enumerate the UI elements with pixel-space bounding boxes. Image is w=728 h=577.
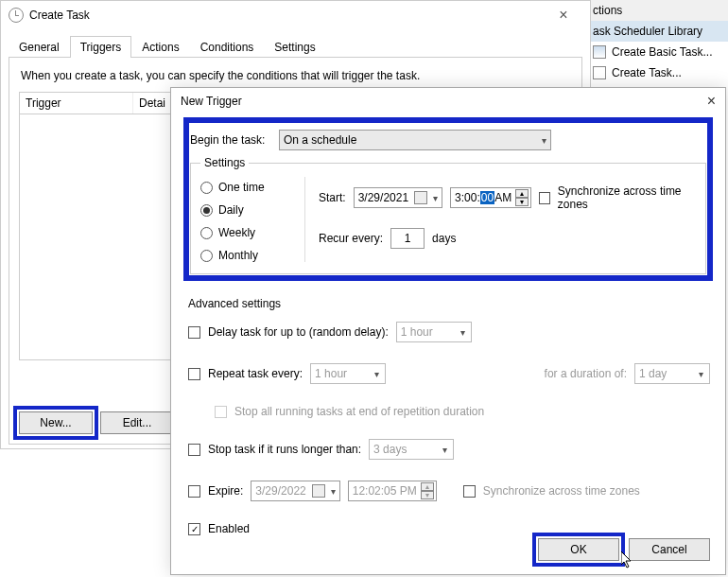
radio-onetime[interactable]: One time: [200, 181, 291, 194]
recur-label: Recur every:: [319, 232, 383, 245]
duration-label: for a duration of:: [545, 367, 627, 380]
begin-task-value: On a schedule: [284, 133, 356, 147]
chevron-down-icon: ▾: [460, 327, 465, 338]
select-value: 1 hour: [315, 367, 347, 380]
start-label: Start:: [319, 191, 346, 204]
settings-fieldset: Settings One time Daily Weekly Monthly S…: [190, 156, 706, 274]
duration-select[interactable]: 1 day▾: [634, 363, 710, 384]
tab-settings[interactable]: Settings: [264, 36, 325, 58]
radio-monthly[interactable]: Monthly: [200, 249, 291, 262]
radio-label: Daily: [218, 203, 244, 217]
radio-label: Monthly: [218, 249, 258, 262]
radio-weekly[interactable]: Weekly: [200, 226, 291, 239]
tab-actions[interactable]: Actions: [131, 36, 189, 58]
task-icon: [593, 66, 606, 79]
repeat-select[interactable]: 1 hour▾: [310, 363, 386, 384]
time-spinner[interactable]: ▴▾: [515, 189, 529, 206]
chevron-down-icon: ▾: [374, 369, 379, 379]
actions-pane: ctions ask Scheduler Library Create Basi…: [586, 0, 728, 90]
sync-tz2-label: Synchronize across time zones: [483, 484, 640, 498]
highlighted-schedule-area: Begin the task: On a schedule ▾ Settings…: [186, 120, 710, 278]
cancel-button[interactable]: Cancel: [629, 538, 710, 561]
select-value: 1 day: [639, 367, 667, 380]
actions-item-create-task[interactable]: Create Task...: [587, 62, 728, 83]
stop-all-checkbox: [215, 406, 227, 418]
expire-date-value: 3/29/2022: [255, 484, 305, 498]
enabled-label: Enabled: [208, 522, 250, 535]
advanced-header: Advanced settings: [188, 297, 710, 310]
sync-tz2-checkbox: [463, 485, 476, 498]
dialog-buttons: OK Cancel: [538, 538, 710, 561]
stop-if-label: Stop task if it runs longer than:: [208, 443, 361, 456]
tab-triggers[interactable]: Triggers: [70, 36, 132, 58]
settings-legend: Settings: [200, 156, 249, 169]
actions-subheader[interactable]: ask Scheduler Library: [587, 21, 728, 42]
wizard-icon: [593, 45, 606, 59]
enabled-checkbox[interactable]: [188, 523, 200, 535]
actions-item-label: Create Basic Task...: [612, 45, 713, 59]
chevron-down-icon: ▾: [442, 445, 447, 455]
actions-item-label: Create Task...: [612, 66, 682, 79]
spinner-up-icon: ▴: [515, 189, 529, 198]
begin-task-row: Begin the task: On a schedule ▾: [190, 130, 706, 150]
start-date-field[interactable]: 3/29/2021 ▾: [354, 187, 442, 208]
advanced-settings: Delay task for up to (random delay): 1 h…: [186, 316, 710, 541]
stop-if-select[interactable]: 3 days▾: [369, 439, 454, 460]
time-minutes-selected: 00: [480, 191, 494, 204]
tabs: General Triggers Actions Conditions Sett…: [9, 35, 582, 57]
expire-time-value: 12:02:05 PM: [353, 484, 417, 498]
radio-label: One time: [218, 181, 265, 194]
stop-if-checkbox[interactable]: [188, 444, 200, 456]
chevron-down-icon: ▾: [699, 369, 703, 379]
titlebar: Create Task ×: [1, 1, 590, 29]
dialog-titlebar: New Trigger ×: [171, 88, 725, 114]
sync-tz-label: Synchronize across time zones: [558, 184, 696, 211]
repeat-label: Repeat task every:: [208, 367, 303, 380]
begin-task-label: Begin the task:: [190, 133, 271, 147]
radio-daily[interactable]: Daily: [200, 203, 291, 217]
tab-conditions[interactable]: Conditions: [190, 36, 265, 58]
stop-all-label: Stop all running tasks at end of repetit…: [234, 405, 484, 418]
start-date-value: 3/29/2021: [358, 191, 408, 204]
expire-time-field[interactable]: 12:02:05 PM ▴▾: [348, 481, 437, 501]
window-title: Create Task: [29, 9, 90, 22]
time-spinner: ▴▾: [421, 482, 434, 499]
ok-button[interactable]: OK: [538, 538, 619, 561]
recur-unit: days: [432, 232, 456, 245]
expire-checkbox[interactable]: [188, 485, 200, 498]
edit-button[interactable]: Edit...: [100, 411, 174, 434]
calendar-icon[interactable]: [414, 191, 427, 204]
time-hours: 3:00:: [455, 191, 480, 204]
expire-date-field[interactable]: 3/29/2022 ▾: [251, 481, 339, 501]
actions-item-create-basic[interactable]: Create Basic Task...: [587, 42, 728, 62]
chevron-down-icon[interactable]: ▾: [433, 193, 438, 203]
divider: [304, 177, 305, 262]
expire-label: Expire:: [208, 484, 243, 498]
spinner-down-icon: ▾: [515, 198, 529, 206]
chevron-down-icon: ▾: [542, 135, 546, 146]
col-trigger[interactable]: Trigger: [20, 93, 133, 114]
dialog-close-button[interactable]: ×: [707, 93, 716, 110]
actions-header: ctions: [587, 0, 728, 21]
chevron-down-icon: ▾: [331, 486, 336, 497]
sync-tz-checkbox[interactable]: [539, 192, 550, 204]
dialog-body: Begin the task: On a schedule ▾ Settings…: [171, 114, 725, 541]
clock-icon: [9, 8, 24, 23]
recur-value-input[interactable]: [390, 228, 425, 249]
dialog-title: New Trigger: [181, 95, 242, 108]
button-row: New... Edit...: [19, 411, 174, 434]
delay-checkbox[interactable]: [188, 326, 200, 339]
new-button[interactable]: New...: [19, 411, 93, 434]
calendar-icon: [312, 484, 325, 498]
radio-label: Weekly: [218, 226, 255, 239]
delay-label: Delay task for up to (random delay):: [208, 325, 389, 339]
select-value: 3 days: [373, 443, 407, 456]
begin-task-select[interactable]: On a schedule ▾: [279, 130, 551, 150]
tab-general[interactable]: General: [9, 36, 70, 58]
close-button[interactable]: ×: [545, 7, 582, 24]
time-ampm: AM: [494, 191, 511, 204]
delay-select[interactable]: 1 hour▾: [396, 322, 472, 342]
cursor-icon: [621, 551, 633, 568]
start-time-field[interactable]: 3:00:00 AM ▴▾: [450, 187, 531, 208]
repeat-checkbox[interactable]: [188, 368, 200, 380]
